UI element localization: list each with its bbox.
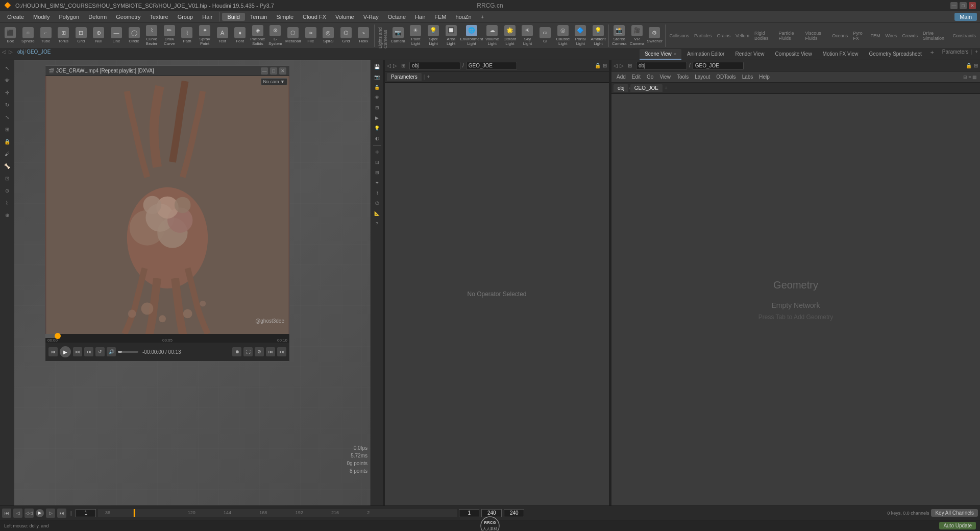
- anim-play-back[interactable]: ◁◁: [24, 509, 34, 518]
- menu-volume[interactable]: Volume: [331, 13, 358, 21]
- right-lock-icon[interactable]: 🔒: [966, 63, 972, 68]
- tab-geo-spreadsheet[interactable]: Geometry Spreadsheet: [864, 49, 926, 60]
- tool-sphere[interactable]: ○ Sphere: [20, 25, 37, 47]
- video-progress-bar[interactable]: [45, 334, 289, 338]
- vp-icon-particle[interactable]: ✦: [373, 178, 382, 187]
- right-home[interactable]: ⊞: [628, 63, 632, 68]
- menu-add[interactable]: +: [477, 13, 488, 21]
- sidebar-icon-scale[interactable]: ⤡: [2, 111, 13, 123]
- sidebar-icon-capture[interactable]: ⊙: [2, 185, 13, 196]
- tool-file[interactable]: ≈ File: [302, 25, 319, 47]
- mid-path-input-geo[interactable]: [466, 62, 517, 70]
- sidebar-icon-select[interactable]: ↖: [2, 62, 13, 74]
- rtb-help[interactable]: Help: [757, 74, 772, 80]
- vp-icon-translate[interactable]: ✛: [373, 148, 382, 157]
- tab-render-view[interactable]: Render View: [730, 49, 769, 60]
- tool-grid2[interactable]: ⌬ Grid: [338, 25, 355, 47]
- sidebar-icon-nodes[interactable]: ⊡: [2, 173, 13, 184]
- menu-create[interactable]: Create: [3, 13, 28, 21]
- vp-icon-light[interactable]: 💡: [373, 124, 382, 133]
- tool-circle[interactable]: ◯ Circle: [126, 25, 142, 47]
- tool-lsystem[interactable]: ⊛ L-System: [267, 25, 284, 47]
- sidebar-icon-lock[interactable]: 🔒: [2, 136, 13, 147]
- mid-home[interactable]: ⊞: [401, 63, 405, 68]
- tool-point-light[interactable]: ☀ Point Light: [407, 25, 424, 47]
- tool-grid[interactable]: ⊟ Grid: [72, 25, 89, 47]
- tool-camera[interactable]: 📷 Camera: [390, 25, 407, 47]
- anim-play-btn[interactable]: ▶: [36, 509, 44, 517]
- menu-group[interactable]: Group: [174, 13, 198, 21]
- video-skip-start-btn[interactable]: ⏮: [48, 347, 58, 356]
- menu-modify[interactable]: Modify: [29, 13, 54, 21]
- menu-build[interactable]: Build: [222, 13, 244, 21]
- tool-gi[interactable]: GI GI: [537, 25, 554, 47]
- rtb-odtools[interactable]: ODTools: [714, 74, 738, 80]
- tool-portal-light[interactable]: 🔷 Portal Light: [572, 25, 589, 47]
- right-path-input-obj[interactable]: [636, 62, 687, 70]
- right-tab-obj[interactable]: obj: [614, 84, 628, 92]
- obj-breadcrumb[interactable]: obj: [17, 49, 24, 60]
- anim-step-fwd[interactable]: ▷: [46, 509, 55, 518]
- tool-spray-paint[interactable]: ✦ Spray Paint: [197, 25, 213, 47]
- middle-tab-add[interactable]: +: [427, 74, 430, 80]
- rtb-add[interactable]: Add: [615, 74, 628, 80]
- anim-skip-start[interactable]: ⏮: [2, 509, 11, 518]
- menu-cloudfx[interactable]: Cloud FX: [299, 13, 330, 21]
- sidebar-icon-rotate[interactable]: ↻: [2, 99, 13, 110]
- tool-line[interactable]: — Line: [108, 25, 125, 47]
- nav-forward-icon[interactable]: ▷: [9, 49, 13, 60]
- anim-skip-end[interactable]: ⏭: [57, 509, 66, 518]
- menu-polygon[interactable]: Polygon: [55, 13, 83, 21]
- tab-motion-fx[interactable]: Motion FX View: [818, 49, 864, 60]
- right-path-input-geo[interactable]: [693, 62, 744, 70]
- video-play-btn[interactable]: ▶: [60, 346, 71, 357]
- middle-tab-parameters[interactable]: Parameters: [387, 73, 422, 81]
- video-cam-badge[interactable]: No cam ▼: [261, 78, 287, 85]
- video-next-btn[interactable]: ⏭: [277, 347, 286, 356]
- params-tab[interactable]: Parameters: [942, 49, 969, 60]
- video-settings-btn[interactable]: ⚙: [255, 347, 264, 356]
- sidebar-icon-transform[interactable]: ⊞: [2, 124, 13, 135]
- rtb-go[interactable]: Go: [645, 74, 655, 80]
- video-prev-btn[interactable]: ⏮: [266, 347, 275, 356]
- menu-hair2[interactable]: Hair: [411, 13, 429, 21]
- vp-icon-measure[interactable]: 📐: [373, 209, 382, 218]
- tool-curve-bezier[interactable]: ⌇ Curve Bezier: [143, 25, 160, 47]
- tool-environment-light[interactable]: 🌐 Environment Light: [460, 25, 483, 47]
- video-content[interactable]: No cam ▼ @ghost3dee: [45, 76, 289, 334]
- mid-nav-back[interactable]: ◁: [387, 63, 391, 68]
- tool-volume-light[interactable]: ☁ Volume Light: [484, 25, 501, 47]
- tool-text[interactable]: A Text: [214, 25, 231, 47]
- tab-scene-view-close[interactable]: ×: [674, 52, 676, 57]
- tab-animation-editor[interactable]: Animation Editor: [682, 49, 729, 60]
- minimize-button[interactable]: —: [950, 2, 958, 9]
- mid-lock-icon[interactable]: 🔒: [595, 63, 601, 68]
- vp-icon-curve[interactable]: ⌇: [373, 188, 382, 198]
- rtb-view[interactable]: View: [657, 74, 673, 80]
- vp-icon-save[interactable]: 💾: [373, 62, 382, 71]
- anim-current-frame[interactable]: [459, 509, 479, 517]
- tool-null[interactable]: ⊕ Null: [90, 25, 107, 47]
- right-nav-fwd[interactable]: ▷: [620, 63, 624, 68]
- right-tab-add[interactable]: +: [665, 85, 668, 91]
- tool-font[interactable]: ♦ Font: [232, 25, 249, 47]
- tool-area-light[interactable]: 🔲 Area Light: [443, 25, 459, 47]
- auto-update-btn[interactable]: Auto Update: [939, 522, 976, 529]
- video-close-btn[interactable]: ✕: [279, 67, 286, 75]
- menu-fem[interactable]: FEM: [430, 13, 450, 21]
- tool-stereo-cam[interactable]: 📸 Stereo Camera: [611, 25, 628, 47]
- vp-icon-camera[interactable]: 📷: [373, 73, 382, 82]
- menu-main[interactable]: Main: [954, 13, 977, 21]
- menu-houzn[interactable]: houZn: [452, 13, 476, 21]
- sidebar-icon-move[interactable]: ✛: [2, 87, 13, 98]
- right-tab-geo[interactable]: GEO_JOE: [630, 84, 663, 92]
- menu-hair[interactable]: Hair: [198, 13, 216, 21]
- vp-icon-help[interactable]: ?: [373, 219, 382, 228]
- geom-content[interactable]: Geometry Empty Network Press Tab to Add …: [611, 94, 980, 505]
- tab-composite-view[interactable]: Composite View: [770, 49, 817, 60]
- key-all-channels-btn[interactable]: Key All Channels: [931, 509, 978, 517]
- sidebar-icon-view[interactable]: 👁: [2, 75, 13, 86]
- mid-expand-icon[interactable]: ⊞: [603, 63, 607, 68]
- tool-tube[interactable]: ⌐ Tube: [37, 25, 54, 47]
- tool-path[interactable]: ⌇ Path: [179, 25, 195, 47]
